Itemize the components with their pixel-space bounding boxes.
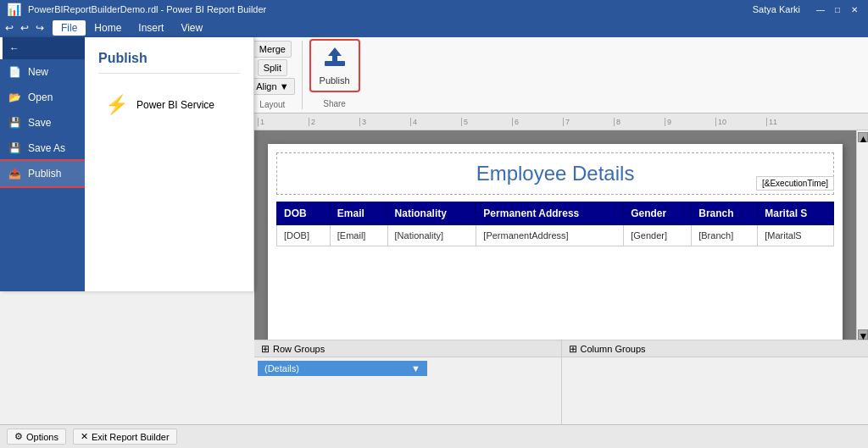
col-marital: Marital S — [758, 202, 834, 225]
ribbon-publish-btn[interactable]: Publish — [311, 41, 359, 91]
menu-bar: ↩ ↩ ↪ File Home Insert View — [0, 19, 868, 37]
col-groups-panel: ⊞ Column Groups — [562, 340, 869, 424]
col-email: Email — [330, 202, 387, 225]
ribbon-share-group: Publish Share — [304, 41, 365, 108]
menu-item-home[interactable]: Home — [86, 20, 130, 36]
cell-address: [PermanentAddress] — [476, 225, 624, 246]
ruler: 1 2 3 4 5 6 7 8 9 10 11 — [254, 113, 868, 130]
canvas-area: Employee Details [&ExecutionTime] DOB Em… — [254, 130, 856, 340]
col-groups-label: Column Groups — [581, 344, 646, 354]
cell-nationality: [Nationality] — [387, 225, 476, 246]
power-bi-service-icon: ⚡ — [105, 94, 128, 116]
options-icon: ⚙ — [14, 431, 23, 442]
minimize-btn[interactable]: — — [814, 3, 827, 16]
cell-gender: [Gender] — [624, 225, 692, 246]
report-canvas: Employee Details [&ExecutionTime] DOB Em… — [268, 144, 843, 340]
menu-item-insert[interactable]: Insert — [130, 20, 172, 36]
col-nationality: Nationality — [387, 202, 476, 225]
backstage-content: Publish ⚡ Power BI Service — [85, 37, 253, 291]
backstage-open-btn[interactable]: 📂 Open — [0, 85, 85, 110]
maximize-btn[interactable]: □ — [831, 3, 844, 16]
redo-icon[interactable]: ↪ — [34, 20, 46, 36]
share-group-label: Share — [323, 96, 346, 108]
backstage-panel: ← 📄 New 📂 Open 💾 Save 💾 Save As 📤 Publis… — [0, 37, 254, 291]
vertical-scrollbar[interactable]: ▲ ▼ — [856, 130, 868, 340]
backstage-publish-icon: 📤 — [8, 168, 21, 180]
title-bar: 📊 PowerBIReportBuilderDemo.rdl - Power B… — [0, 0, 868, 19]
menu-item-file[interactable]: File — [53, 20, 86, 36]
row-groups-content: (Details) ▼ — [254, 357, 561, 379]
scroll-down-btn[interactable]: ▼ — [858, 329, 868, 340]
layout-group-label: Layout — [259, 97, 285, 109]
details-dropdown-icon: ▼ — [411, 363, 420, 373]
ruler-content: 1 2 3 4 5 6 7 8 9 10 11 — [258, 118, 817, 126]
row-groups-icon: ⊞ — [261, 343, 270, 355]
new-icon: 📄 — [8, 66, 21, 78]
col-dob: DOB — [277, 202, 331, 225]
backstage-save-btn[interactable]: 💾 Save — [0, 110, 85, 136]
execution-time-field: [&ExecutionTime] — [756, 176, 834, 191]
menu-item-view[interactable]: View — [172, 20, 211, 36]
merge-btn[interactable]: Merge — [253, 41, 292, 58]
cell-marital: [MaritalS — [758, 225, 834, 246]
backstage-publish-btn[interactable]: 📤 Publish — [0, 161, 85, 186]
row-groups-header: ⊞ Row Groups — [254, 340, 561, 357]
title-bar-text: PowerBIReportBuilderDemo.rdl - Power BI … — [28, 4, 266, 14]
cell-dob: [DOB] — [277, 225, 331, 246]
col-gender: Gender — [624, 202, 692, 225]
open-icon: 📂 — [8, 91, 21, 103]
undo-icon[interactable]: ↩ — [3, 20, 15, 36]
backstage-new-btn[interactable]: 📄 New — [0, 59, 85, 85]
scroll-up-btn[interactable]: ▲ — [858, 132, 868, 142]
backstage-back-button[interactable]: ← — [0, 37, 85, 59]
publish-btn-label: Publish — [320, 75, 350, 86]
report-title: Employee Details — [276, 152, 834, 195]
col-address: Permanent Address — [476, 202, 624, 225]
window-controls: — □ ✕ — [814, 3, 861, 16]
undo2-icon[interactable]: ↩ — [19, 20, 31, 36]
app-icon: 📊 — [7, 3, 21, 16]
exit-report-builder-btn[interactable]: ✕ Exit Report Builder — [73, 429, 177, 445]
details-group-item[interactable]: (Details) ▼ — [258, 361, 427, 376]
col-groups-icon: ⊞ — [569, 343, 577, 355]
exit-icon: ✕ — [81, 431, 88, 442]
publish-icon — [321, 46, 348, 74]
report-table: DOB Email Nationality Permanent Address … — [276, 202, 834, 246]
saveas-icon: 💾 — [8, 142, 21, 154]
split-btn[interactable]: Split — [258, 59, 287, 76]
backstage-saveas-btn[interactable]: 💾 Save As — [0, 136, 85, 161]
table-header-row: DOB Email Nationality Permanent Address … — [277, 202, 834, 225]
cell-branch: [Branch] — [692, 225, 758, 246]
svg-marker-2 — [328, 47, 342, 56]
quick-access-toolbar: ↩ ↩ ↪ — [3, 20, 46, 36]
row-groups-label: Row Groups — [273, 344, 325, 354]
cell-email: [Email] — [330, 225, 387, 246]
table-data-row: [DOB] [Email] [Nationality] [PermanentAd… — [277, 225, 834, 246]
row-groups-panel: ⊞ Row Groups (Details) ▼ — [254, 340, 562, 424]
power-bi-service-option[interactable]: ⚡ Power BI Service — [98, 87, 240, 123]
save-icon: 💾 — [8, 117, 21, 129]
col-groups-header: ⊞ Column Groups — [562, 340, 869, 357]
backstage-content-title: Publish — [98, 51, 240, 74]
close-btn[interactable]: ✕ — [848, 3, 861, 16]
col-branch: Branch — [692, 202, 758, 225]
power-bi-service-label: Power BI Service — [136, 99, 214, 111]
bottom-toolbar: ⚙ Options ✕ Exit Report Builder — [0, 424, 868, 448]
align-btn[interactable]: Align ▼ — [250, 78, 294, 95]
options-btn[interactable]: ⚙ Options — [7, 429, 66, 445]
user-name: Satya Karki — [753, 4, 800, 14]
backstage-nav: ← 📄 New 📂 Open 💾 Save 💾 Save As 📤 Publis… — [0, 37, 85, 291]
